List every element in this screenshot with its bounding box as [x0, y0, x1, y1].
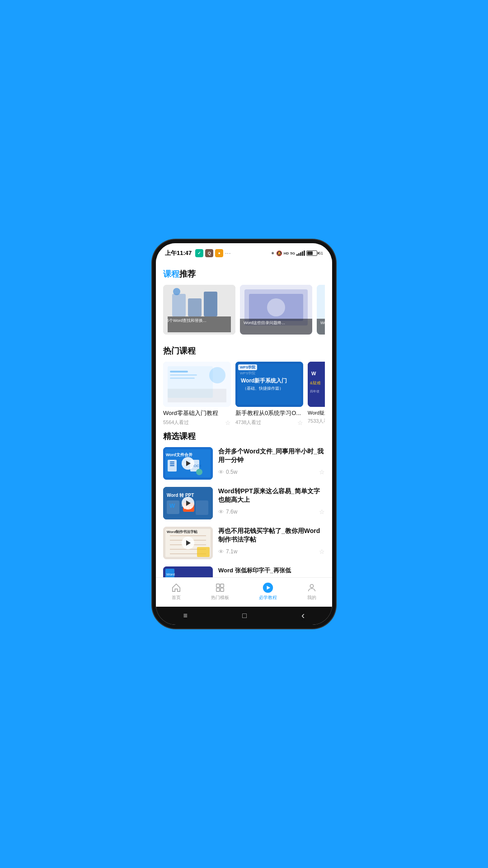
hot-card-2[interactable]: WPS学院 Word新手系统入门 （基础、快捷操作篇） WPS学院 新手教程从0…: [235, 362, 303, 426]
home-icon: [171, 582, 182, 593]
svg-text:Word文件合并: Word文件合并: [166, 452, 193, 457]
selected-title-3: 再也不用花钱买字帖了_教你用Word制作书法字帖: [218, 527, 325, 544]
selected-section: 精选课程 Word文件合并 → DOCX: [163, 431, 325, 577]
play-nav-icon: [263, 582, 273, 593]
svg-text:Word这些目录问题终...: Word这些目录问题终...: [244, 321, 285, 325]
featured-card-1[interactable]: 5个Word查找和替换...: [163, 285, 235, 335]
status-time: 上午11:47: [165, 249, 192, 257]
star-icon-1[interactable]: ☆: [225, 419, 231, 426]
selected-card-2[interactable]: Word 转 PPT W PPT → Word转PPT原来这么容易_简单文字也能…: [163, 487, 325, 519]
hot-card-2-meta: 4738人看过 ☆: [235, 419, 303, 426]
featured-courses-row[interactable]: 5个Word查找和替换... Word这些目录问题终...: [163, 285, 325, 336]
bar4: [302, 251, 303, 256]
bluetooth-icon: ⁕: [271, 250, 275, 256]
hot-card-1-title: Word零基础入门教程: [163, 410, 231, 417]
svg-rect-26: [168, 389, 226, 402]
main-scroll[interactable]: 课程推荐 5个Word查找和替换...: [156, 263, 332, 577]
hot-card-1-thumb: [163, 362, 231, 407]
selected-thumb-2: Word 转 PPT W PPT →: [163, 487, 213, 519]
fav-star-1[interactable]: ☆: [319, 468, 325, 476]
mute-icon: 🔕: [276, 250, 282, 256]
nav-mine[interactable]: 我的: [306, 582, 317, 601]
featured-card-2[interactable]: Word这些目录问题终...: [240, 285, 312, 335]
selected-info-3: 再也不用花钱买字帖了_教你用Word制作书法字帖 👁 7.1w ☆: [218, 527, 325, 555]
svg-point-25: [209, 367, 225, 383]
hot-card-2-title: 新手教程从0系统学习O...: [235, 410, 303, 417]
battery-indicator: [306, 250, 317, 256]
svg-rect-55: [196, 500, 208, 515]
signal-area: ⁕ 🔕 HD 5G 61: [271, 250, 323, 256]
svg-rect-1: [172, 294, 186, 316]
signal-bars: [296, 250, 305, 256]
svg-text:&疑难: &疑难: [310, 381, 321, 385]
system-nav: ≡ □ ‹: [156, 607, 332, 625]
fav-star-2[interactable]: ☆: [319, 508, 325, 515]
selected-views-1: 👁 0.5w: [218, 469, 237, 476]
selected-info-2: Word转PPT原来这么容易_简单文字也能高大上 👁 7.6w ☆: [218, 487, 325, 515]
selected-thumb-3: Word制作书法字帖: [163, 527, 213, 559]
selected-meta-3: 👁 7.1w ☆: [218, 548, 325, 555]
phone-frame: 上午11:47 ✓ Q ● ··· ⁕ 🔕 HD 5G 61: [156, 243, 332, 625]
eye-icon-3: 👁: [218, 548, 224, 555]
svg-rect-40: [170, 462, 174, 462]
svg-text:四年使: 四年使: [310, 390, 319, 393]
featured-title: 课程推荐: [163, 269, 325, 279]
play-btn-2[interactable]: [182, 497, 194, 509]
svg-rect-42: [170, 465, 174, 466]
selected-title: 精选课程: [163, 431, 325, 442]
fav-star-3[interactable]: ☆: [319, 548, 325, 555]
star-icon-2[interactable]: ☆: [297, 419, 303, 426]
svg-text:Word新手系统入门: Word新手系统入门: [241, 377, 287, 384]
nav-hot-templates[interactable]: 热门模板: [211, 582, 229, 601]
eye-icon-2: 👁: [218, 509, 224, 515]
selected-card-4[interactable]: Word Word 张低标印字干_再张低: [163, 566, 325, 577]
svg-rect-24: [170, 377, 195, 379]
svg-rect-3: [204, 292, 217, 316]
svg-text:WPS学院: WPS学院: [240, 371, 255, 375]
app-icons: ✓ Q ● ···: [195, 249, 231, 257]
more-dots: ···: [225, 250, 231, 256]
menu-button[interactable]: ≡: [183, 612, 188, 620]
selected-card-1[interactable]: Word文件合并 → DOCX 合并多个Word文件_同事用半小时_我用一分钟: [163, 447, 325, 480]
svg-rect-2: [188, 298, 202, 316]
bar5: [304, 250, 305, 256]
home-button[interactable]: □: [242, 612, 247, 620]
hot-card-3-title: Word疑难杂: [308, 410, 325, 416]
svg-point-46: [196, 469, 202, 475]
nav-must-learn[interactable]: 必学教程: [259, 582, 277, 601]
svg-rect-70: [216, 588, 220, 591]
selected-thumb-1: Word文件合并 → DOCX: [163, 447, 213, 480]
eye-icon-1: 👁: [218, 469, 224, 476]
play-btn-1[interactable]: [182, 457, 194, 470]
app-icon-1: ✓: [195, 249, 203, 257]
svg-text:Word: Word: [166, 572, 175, 576]
app-icon-3: ●: [215, 249, 223, 257]
svg-text:5个Word查找和替换...: 5个Word查找和替换...: [167, 318, 206, 323]
svg-rect-71: [221, 588, 224, 591]
svg-rect-41: [170, 463, 174, 464]
selected-info-4: Word 张低标印字干_再张低: [218, 566, 325, 577]
selected-card-3[interactable]: Word制作书法字帖 再也不用花钱买字帖了_教你用Word制作书法字帖 👁 7.…: [163, 527, 325, 559]
nav-mine-label: 我的: [307, 594, 316, 601]
back-button[interactable]: ‹: [301, 610, 305, 622]
nav-hot-templates-label: 热门模板: [211, 594, 229, 601]
hot-card-3-thumb: W &疑难 四年使: [308, 362, 325, 407]
hot-card-2-thumb: WPS学院 Word新手系统入门 （基础、快捷操作篇） WPS学院: [235, 362, 303, 407]
status-bar: 上午11:47 ✓ Q ● ··· ⁕ 🔕 HD 5G 61: [156, 243, 332, 263]
hot-card-3[interactable]: W &疑难 四年使 Word疑难杂 7533人看过: [308, 362, 325, 426]
selected-title-1: 合并多个Word文件_同事用半小时_我用一分钟: [218, 447, 325, 465]
featured-card-3[interactable]: Word做表格，这: [317, 285, 325, 335]
play-btn-3[interactable]: [182, 537, 194, 549]
selected-views-2: 👁 7.6w: [218, 509, 237, 515]
bar2: [298, 253, 300, 256]
wps-tag: WPS学院: [238, 364, 257, 370]
hot-courses-row[interactable]: Word零基础入门教程 5564人看过 ☆ WPS学院 Word新手系统入门 （…: [163, 362, 325, 428]
nav-must-learn-label: 必学教程: [259, 594, 277, 601]
hot-card-1[interactable]: Word零基础入门教程 5564人看过 ☆: [163, 362, 231, 426]
selected-meta-1: 👁 0.5w ☆: [218, 468, 325, 476]
nav-home[interactable]: 首页: [171, 582, 182, 601]
svg-text:Word制作书法字帖: Word制作书法字帖: [167, 529, 198, 534]
svg-rect-69: [221, 584, 224, 587]
featured-section-header: 课程推荐: [163, 269, 325, 279]
svg-text:Word做表格，这: Word做表格，这: [320, 321, 325, 325]
